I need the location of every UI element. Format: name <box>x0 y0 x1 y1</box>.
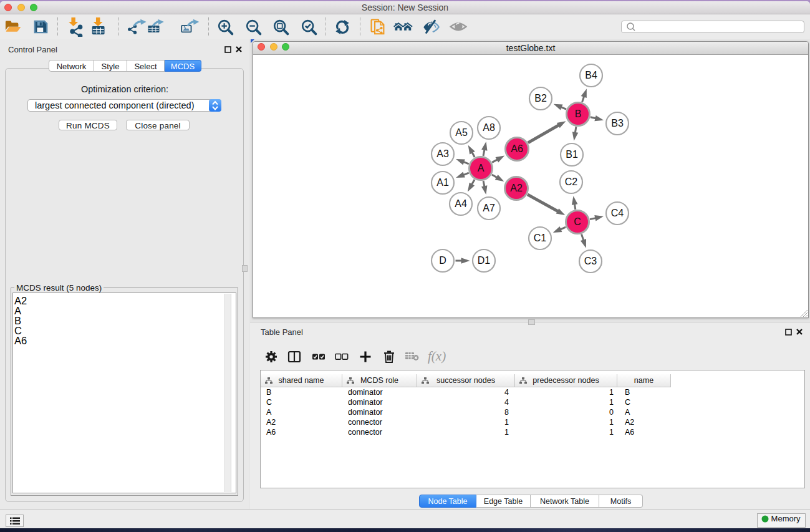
svg-text:A7: A7 <box>483 203 495 213</box>
svg-text:A1: A1 <box>436 177 449 188</box>
svg-text:B4: B4 <box>585 70 597 80</box>
svg-text:D1: D1 <box>478 255 491 266</box>
svg-text:C2: C2 <box>565 177 578 187</box>
svg-text:A3: A3 <box>436 148 449 159</box>
svg-text:C4: C4 <box>611 208 624 218</box>
svg-text:A: A <box>478 163 485 173</box>
svg-text:A2: A2 <box>510 183 523 193</box>
svg-text:A4: A4 <box>455 198 467 209</box>
svg-text:B: B <box>575 109 582 119</box>
svg-text:C3: C3 <box>584 256 597 266</box>
svg-text:C: C <box>574 216 581 227</box>
svg-text:A5: A5 <box>455 127 468 138</box>
svg-text:A6: A6 <box>511 143 523 154</box>
svg-text:B1: B1 <box>566 149 578 160</box>
svg-text:B3: B3 <box>611 118 624 128</box>
svg-text:A8: A8 <box>483 122 495 133</box>
svg-text:C1: C1 <box>534 233 547 243</box>
svg-text:D: D <box>439 255 446 266</box>
svg-text:B2: B2 <box>534 93 547 104</box>
